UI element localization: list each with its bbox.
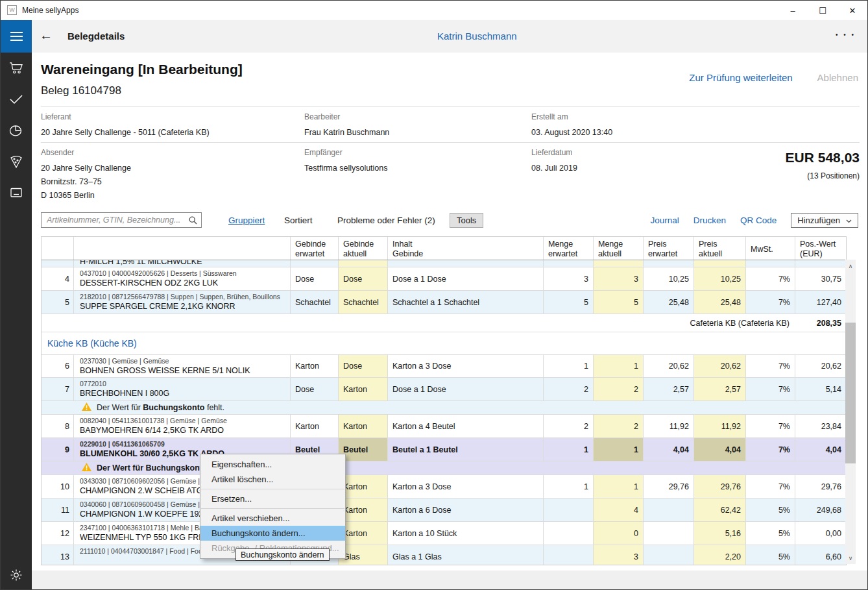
cell[interactable]: Karton <box>339 415 388 437</box>
more-options-icon[interactable]: • • • <box>836 31 856 38</box>
menu-item[interactable]: Eigenschaften... <box>200 457 345 472</box>
book-icon[interactable] <box>1 182 32 203</box>
cell: Dose <box>291 378 339 400</box>
table-row[interactable]: 52182010 | 08712566479788 | Suppen | Sup… <box>42 291 846 314</box>
cell[interactable]: 62,42 <box>694 498 746 521</box>
scroll-up-icon[interactable]: ∧ <box>845 261 856 271</box>
group-total-value: 208,35 <box>795 319 846 328</box>
tools-button[interactable]: Tools <box>450 213 483 228</box>
cell[interactable]: Karton <box>339 475 388 498</box>
hinzufuegen-button[interactable]: Hinzufügen <box>791 213 858 228</box>
table-row[interactable]: 132111010 | 04044703001847 | Food | Food… <box>42 545 846 565</box>
cell[interactable]: Beutel <box>339 438 388 461</box>
vertical-scrollbar[interactable]: ∧ ∨ <box>845 260 856 564</box>
cell[interactable] <box>694 260 746 267</box>
sidebar <box>1 53 32 590</box>
cell[interactable]: 3 <box>594 267 644 290</box>
filter-probleme-fehler[interactable]: Probleme oder Fehler (2) <box>337 215 435 225</box>
article-cell: 0237030 | Gemüse | GemüseBOHNEN GROSS WE… <box>74 355 291 377</box>
field-lieferdatum: Lieferdatum 08. Juli 2019 <box>531 148 577 175</box>
cell[interactable]: 11,92 <box>694 415 746 437</box>
document-total: EUR 548,03 (13 Positionen) <box>786 150 860 180</box>
scroll-down-icon[interactable]: ∨ <box>845 553 856 563</box>
filter-sortiert[interactable]: Sortiert <box>284 215 313 225</box>
menu-item[interactable]: Buchungskonto ändern... <box>200 526 345 541</box>
cart-icon[interactable] <box>1 58 32 79</box>
cell[interactable] <box>594 260 644 267</box>
cell: 7% <box>746 475 795 498</box>
cell: 7% <box>746 415 795 437</box>
pie-chart-icon[interactable] <box>1 120 32 141</box>
drucken-link[interactable]: Drucken <box>693 215 726 225</box>
user-name[interactable]: Katrin Buschmann <box>437 31 517 42</box>
cell[interactable]: Karton <box>339 522 388 545</box>
hamburger-menu-icon[interactable] <box>1 20 32 53</box>
gear-icon[interactable] <box>1 565 32 585</box>
scrollbar-thumb[interactable] <box>845 323 856 463</box>
forward-for-review-button[interactable]: Zur Prüfung weiterleiten <box>689 72 792 83</box>
search-input[interactable] <box>41 212 202 228</box>
qr-code-link[interactable]: QR Code <box>740 215 777 225</box>
table-row[interactable]: H-MILCH 1,5% 1L MILCHWOLKE <box>42 260 846 267</box>
cell[interactable]: 1 <box>594 475 644 498</box>
reject-button[interactable]: Ablehnen <box>817 72 858 83</box>
cell[interactable]: 4 <box>594 498 644 521</box>
table-row[interactable]: 60237030 | Gemüse | GemüseBOHNEN GROSS W… <box>42 355 846 378</box>
menu-item[interactable]: Ersetzen... <box>200 491 345 506</box>
table-row[interactable]: 100343030 | 08710609602056 | Gemüse | Ge… <box>42 475 846 498</box>
cell[interactable]: 3 <box>594 545 644 565</box>
check-icon[interactable] <box>1 89 32 110</box>
cell[interactable]: 1 <box>594 438 644 461</box>
column-header: Preisaktuell <box>694 237 746 260</box>
cell[interactable]: Dose <box>339 355 388 377</box>
cell: 2 <box>544 378 594 400</box>
maximize-button[interactable]: ☐ <box>808 1 838 20</box>
cell[interactable] <box>339 260 388 267</box>
cell: 7% <box>746 291 795 313</box>
cell[interactable]: 2,20 <box>694 545 746 565</box>
cell: 23,84 <box>795 415 846 437</box>
cell[interactable]: 29,76 <box>694 475 746 498</box>
journal-link[interactable]: Journal <box>650 215 679 225</box>
field-lieferant: Lieferant 20 Jahre Selly Challenge - 501… <box>41 112 210 140</box>
navbar: ← Belegdetails Katrin Buschmann • • • <box>1 20 867 53</box>
cell[interactable]: Karton <box>339 498 388 521</box>
menu-item[interactable]: Artikel verschieben... <box>200 511 345 526</box>
cell[interactable]: 2 <box>594 378 644 400</box>
cell[interactable]: 0 <box>594 522 644 545</box>
cell[interactable]: 2,57 <box>694 378 746 400</box>
close-button[interactable]: ✕ <box>838 1 867 20</box>
group-header-row[interactable]: Küche KB (Küche KB) <box>42 332 846 355</box>
back-arrow-icon[interactable]: ← <box>40 28 53 43</box>
cell[interactable]: 5,16 <box>694 522 746 545</box>
row-number: 7 <box>42 378 74 400</box>
chevron-down-icon <box>846 215 852 225</box>
table-row[interactable]: 40437010 | 04000492005626 | Desserts | S… <box>42 267 846 291</box>
cell: 5% <box>746 522 795 545</box>
menu-item[interactable]: Artikel löschen... <box>200 472 345 487</box>
cell[interactable]: 1 <box>594 355 644 377</box>
cell[interactable]: 20,62 <box>694 355 746 377</box>
cell[interactable]: Dose <box>339 267 388 290</box>
cell[interactable]: 4,04 <box>694 438 746 461</box>
cell[interactable]: Schachtel <box>339 291 388 313</box>
cell[interactable]: 10,25 <box>694 267 746 290</box>
group-total-label: Cafeteria KB (Cafeteria KB) <box>42 319 795 328</box>
cell: 1 <box>544 355 594 377</box>
table-row[interactable]: 70772010BRECHBOHNEN I 800GDoseKartonDose… <box>42 378 846 401</box>
table-row[interactable]: 122347100 | 04006363101718 | Mehle | Bac… <box>42 522 846 545</box>
filter-gruppiert[interactable]: Gruppiert <box>228 215 265 225</box>
pizza-icon[interactable] <box>1 151 32 172</box>
minimize-button[interactable]: – <box>778 1 808 20</box>
cell[interactable]: Karton <box>339 378 388 400</box>
table-row[interactable]: 90229010 | 05411361065709BLUMENKOHL 30/6… <box>42 438 846 461</box>
cell[interactable]: 25,48 <box>694 291 746 313</box>
cell[interactable]: Glas <box>339 545 388 565</box>
cell[interactable]: 2 <box>594 415 644 437</box>
field-empfaenger: Empfänger Testfirma sellysolutions <box>304 148 388 175</box>
positions-table: GebindeerwartetGebindeaktuellInhaltGebin… <box>41 236 847 565</box>
cell[interactable]: 5 <box>594 291 644 313</box>
table-row[interactable]: 80082040 | 05411361001738 | Gemüse | Gem… <box>42 415 846 438</box>
row-warning: Der Wert für Buchungskonto fehlt. <box>42 461 846 475</box>
table-row[interactable]: 110340060 | 08710609600458 | Gemüse | Ge… <box>42 498 846 522</box>
